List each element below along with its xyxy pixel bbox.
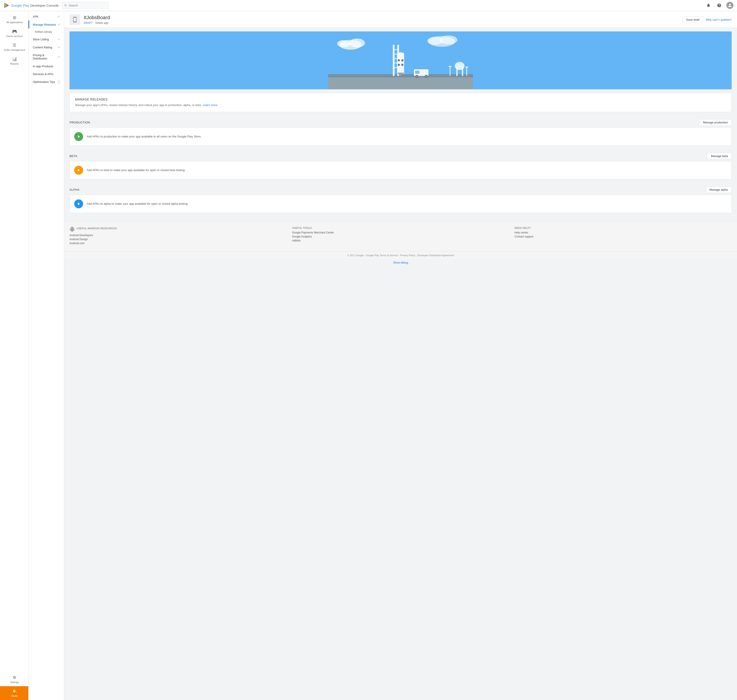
sidebar-item-order-management[interactable]: ☰ Order management bbox=[0, 40, 28, 54]
alpha-section: ALPHA Manage alpha Add APKs to alpha to … bbox=[69, 184, 732, 213]
app-status: DRAFT Delete app bbox=[84, 21, 679, 25]
footer-link-help-center[interactable]: Help center bbox=[515, 231, 732, 234]
search-wrapper bbox=[62, 2, 109, 9]
learn-more-link[interactable]: Learn more bbox=[203, 103, 217, 107]
info-card: MANAGE RELEASES Manage your app's APKs, … bbox=[69, 93, 732, 112]
app-header-actions: Save draft Why can't I publish? bbox=[683, 16, 732, 23]
svg-point-21 bbox=[401, 64, 403, 66]
android-icon bbox=[69, 226, 75, 232]
sub-sidebar-manage-releases[interactable]: Manage Releases ✓ bbox=[28, 21, 64, 28]
why-cant-publish-button[interactable]: Why can't I publish? bbox=[706, 18, 732, 21]
svg-point-18 bbox=[398, 59, 400, 62]
sidebar-item-all-applications[interactable]: ⊞ All applications bbox=[0, 12, 28, 26]
app-layout: ⊞ All applications 🎮 Game services ☰ Ord… bbox=[0, 11, 737, 700]
alpha-text: Add APKs to alpha to make your app avail… bbox=[87, 202, 188, 206]
manage-production-button[interactable]: Manage production bbox=[699, 119, 732, 126]
footer-link-android-com[interactable]: Android.com bbox=[69, 242, 287, 245]
sidebar-item-game-services[interactable]: 🎮 Game services bbox=[0, 26, 28, 40]
svg-rect-35 bbox=[465, 67, 468, 68]
sidebar-item-reports-label: Reports bbox=[10, 62, 19, 65]
logo-text: Google Play Developer Console bbox=[11, 4, 59, 7]
pricing-check-icon: ✓ bbox=[58, 55, 60, 59]
footer-link-android-developers[interactable]: Android Developers bbox=[69, 234, 287, 237]
avatar[interactable] bbox=[726, 2, 733, 9]
help-button[interactable] bbox=[716, 2, 723, 9]
sidebar-item-game-services-label: Game services bbox=[6, 35, 22, 37]
show-debug-link[interactable]: Show debug bbox=[393, 261, 408, 264]
footer-col-android-resources: USEFUL ANDROID RESOURCES Android Develop… bbox=[69, 226, 287, 246]
manage-releases-check-icon: ✓ bbox=[58, 23, 60, 26]
info-card-desc: Manage your app's APKs, review release h… bbox=[75, 103, 726, 107]
top-nav: Google Play Developer Console bbox=[0, 0, 737, 11]
sidebar-item-settings-label: Settings bbox=[10, 681, 19, 684]
google-play-icon bbox=[4, 2, 10, 9]
beta-icon bbox=[74, 166, 83, 175]
footer-link-google-analytics[interactable]: Google Analytics bbox=[292, 235, 509, 238]
save-draft-button[interactable]: Save draft bbox=[683, 16, 703, 23]
manage-beta-button[interactable]: Manage beta bbox=[707, 153, 732, 159]
alerts-icon: 🔔 bbox=[12, 689, 17, 694]
info-card-title: MANAGE RELEASES bbox=[75, 98, 726, 101]
settings-icon: ⚙ bbox=[13, 675, 16, 680]
footer-col-android-resources-title: USEFUL ANDROID RESOURCES bbox=[76, 227, 117, 230]
notifications-button[interactable] bbox=[705, 2, 712, 9]
sub-sidebar-in-app-products[interactable]: In-app Products bbox=[28, 62, 64, 70]
sidebar-item-all-applications-label: All applications bbox=[6, 21, 22, 24]
svg-point-3 bbox=[337, 40, 350, 47]
page-body: MANAGE RELEASES Manage your app's APKs, … bbox=[64, 28, 737, 221]
svg-rect-11 bbox=[393, 49, 399, 50]
svg-rect-32 bbox=[450, 66, 450, 76]
alpha-body: Add APKs to alpha to make your app avail… bbox=[69, 195, 732, 213]
sidebar-item-settings[interactable]: ⚙ Settings bbox=[0, 672, 28, 686]
footer-link-android-design[interactable]: Android Design bbox=[69, 238, 287, 241]
beta-section: BETA Manage beta Add APKs to beta to mak… bbox=[69, 150, 732, 179]
sub-sidebar-artifact-library[interactable]: Artifact Library bbox=[28, 28, 64, 35]
app-header-info: ItJobsBoard DRAFT Delete app bbox=[84, 15, 679, 25]
status-badge: DRAFT bbox=[84, 21, 93, 25]
production-title: PRODUCTION bbox=[69, 121, 90, 124]
footer-link-admob[interactable]: AdMob bbox=[292, 239, 509, 242]
reports-icon: 📊 bbox=[12, 57, 17, 62]
svg-rect-33 bbox=[449, 66, 452, 67]
footer-col-useful-tools: USEFUL TOOLS Google Payments Merchant Ce… bbox=[292, 226, 509, 246]
sub-sidebar-pricing-distribution[interactable]: Pricing & Distribution ✓ bbox=[28, 51, 64, 62]
svg-rect-7 bbox=[328, 76, 473, 89]
svg-rect-24 bbox=[415, 71, 419, 74]
sub-sidebar-optimization-tips[interactable]: Optimization Tips i bbox=[28, 78, 64, 86]
app-header: ItJobsBoard DRAFT Delete app Save draft … bbox=[64, 11, 737, 28]
sidebar-item-alerts[interactable]: 🔔 Alerts bbox=[0, 686, 28, 700]
hero-image bbox=[69, 31, 732, 89]
app-name: ItJobsBoard bbox=[84, 15, 679, 21]
search-input[interactable] bbox=[62, 2, 109, 9]
footer-col-need-help-title: NEED HELP? bbox=[515, 226, 732, 229]
svg-point-27 bbox=[416, 76, 418, 77]
top-nav-icons bbox=[705, 2, 733, 9]
sub-sidebar-services-apis[interactable]: Services & APIs bbox=[28, 70, 64, 78]
beta-body: Add APKs to beta to make your app availa… bbox=[69, 161, 732, 179]
sidebar-item-reports[interactable]: 📊 Reports bbox=[0, 54, 28, 68]
optimization-info-icon: i bbox=[58, 81, 60, 84]
alpha-icon bbox=[74, 199, 83, 208]
sub-sidebar-content-rating[interactable]: Content Rating ✓ bbox=[28, 43, 64, 51]
game-services-icon: 🎮 bbox=[12, 29, 17, 34]
svg-point-6 bbox=[427, 37, 443, 45]
manage-alpha-button[interactable]: Manage alpha bbox=[706, 187, 732, 193]
production-icon bbox=[74, 132, 83, 141]
delete-app-link[interactable]: Delete app bbox=[96, 21, 108, 25]
footer-link-google-payments[interactable]: Google Payments Merchant Center bbox=[292, 231, 509, 234]
show-debug-container: Show debug bbox=[64, 259, 737, 266]
production-header: PRODUCTION Manage production bbox=[69, 116, 732, 128]
main-content: ItJobsBoard DRAFT Delete app Save draft … bbox=[64, 11, 737, 700]
production-text: Add APKs to production to make your app … bbox=[87, 135, 202, 138]
svg-point-31 bbox=[455, 62, 465, 70]
alpha-title: ALPHA bbox=[69, 188, 79, 191]
production-body: Add APKs to production to make your app … bbox=[69, 128, 732, 146]
beta-title: BETA bbox=[69, 154, 77, 158]
sub-sidebar-apk[interactable]: APK ✓ bbox=[28, 12, 64, 21]
beta-text: Add APKs to beta to make your app availa… bbox=[87, 168, 185, 172]
app-icon bbox=[69, 14, 80, 25]
footer-link-contact-support[interactable]: Contact support bbox=[515, 235, 732, 238]
sub-sidebar-store-listing[interactable]: Store Listing ✓ bbox=[28, 35, 64, 43]
store-listing-check-icon: ✓ bbox=[58, 37, 60, 41]
svg-point-2 bbox=[349, 38, 365, 47]
